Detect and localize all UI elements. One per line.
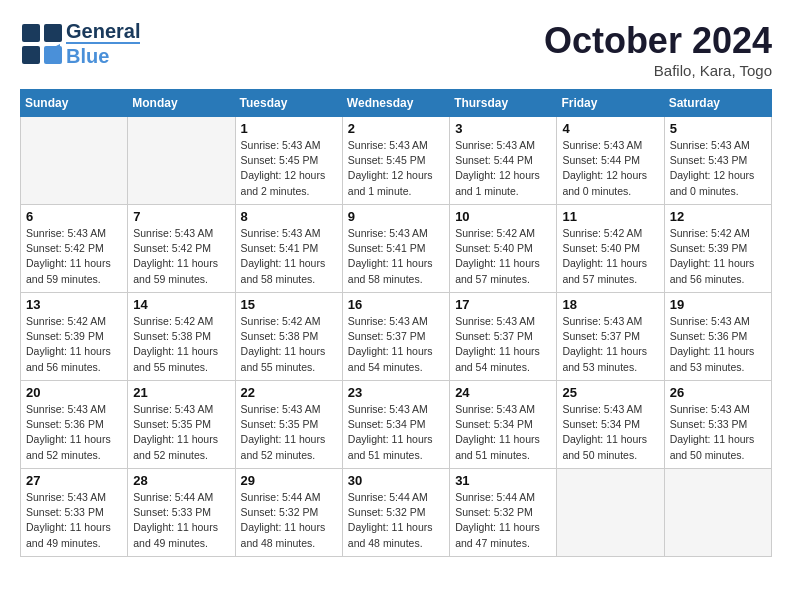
day-info: Sunrise: 5:43 AMSunset: 5:34 PMDaylight:… bbox=[348, 402, 444, 463]
day-info: Sunrise: 5:43 AMSunset: 5:34 PMDaylight:… bbox=[562, 402, 658, 463]
calendar-cell: 19Sunrise: 5:43 AMSunset: 5:36 PMDayligh… bbox=[664, 293, 771, 381]
day-info: Sunrise: 5:44 AMSunset: 5:32 PMDaylight:… bbox=[241, 490, 337, 551]
calendar-cell: 13Sunrise: 5:42 AMSunset: 5:39 PMDayligh… bbox=[21, 293, 128, 381]
svg-rect-1 bbox=[44, 24, 62, 42]
logo: General Blue bbox=[20, 20, 140, 67]
day-info: Sunrise: 5:42 AMSunset: 5:39 PMDaylight:… bbox=[26, 314, 122, 375]
page-header: General Blue October 2024 Bafilo, Kara, … bbox=[20, 20, 772, 79]
calendar-cell: 16Sunrise: 5:43 AMSunset: 5:37 PMDayligh… bbox=[342, 293, 449, 381]
calendar: SundayMondayTuesdayWednesdayThursdayFrid… bbox=[20, 89, 772, 557]
location: Bafilo, Kara, Togo bbox=[544, 62, 772, 79]
calendar-cell: 8Sunrise: 5:43 AMSunset: 5:41 PMDaylight… bbox=[235, 205, 342, 293]
week-row-4: 20Sunrise: 5:43 AMSunset: 5:36 PMDayligh… bbox=[21, 381, 772, 469]
calendar-cell: 3Sunrise: 5:43 AMSunset: 5:44 PMDaylight… bbox=[450, 117, 557, 205]
day-header-thursday: Thursday bbox=[450, 90, 557, 117]
day-number: 29 bbox=[241, 473, 337, 488]
calendar-cell: 18Sunrise: 5:43 AMSunset: 5:37 PMDayligh… bbox=[557, 293, 664, 381]
calendar-cell: 29Sunrise: 5:44 AMSunset: 5:32 PMDayligh… bbox=[235, 469, 342, 557]
day-info: Sunrise: 5:43 AMSunset: 5:43 PMDaylight:… bbox=[670, 138, 766, 199]
calendar-cell: 26Sunrise: 5:43 AMSunset: 5:33 PMDayligh… bbox=[664, 381, 771, 469]
calendar-header-row: SundayMondayTuesdayWednesdayThursdayFrid… bbox=[21, 90, 772, 117]
day-number: 28 bbox=[133, 473, 229, 488]
svg-rect-0 bbox=[22, 24, 40, 42]
day-info: Sunrise: 5:42 AMSunset: 5:38 PMDaylight:… bbox=[241, 314, 337, 375]
calendar-cell: 30Sunrise: 5:44 AMSunset: 5:32 PMDayligh… bbox=[342, 469, 449, 557]
day-number: 17 bbox=[455, 297, 551, 312]
day-info: Sunrise: 5:43 AMSunset: 5:35 PMDaylight:… bbox=[241, 402, 337, 463]
week-row-1: 1Sunrise: 5:43 AMSunset: 5:45 PMDaylight… bbox=[21, 117, 772, 205]
calendar-cell: 27Sunrise: 5:43 AMSunset: 5:33 PMDayligh… bbox=[21, 469, 128, 557]
day-number: 22 bbox=[241, 385, 337, 400]
day-number: 9 bbox=[348, 209, 444, 224]
title-section: October 2024 Bafilo, Kara, Togo bbox=[544, 20, 772, 79]
day-number: 20 bbox=[26, 385, 122, 400]
day-number: 21 bbox=[133, 385, 229, 400]
day-info: Sunrise: 5:43 AMSunset: 5:37 PMDaylight:… bbox=[455, 314, 551, 375]
day-info: Sunrise: 5:43 AMSunset: 5:45 PMDaylight:… bbox=[241, 138, 337, 199]
day-info: Sunrise: 5:43 AMSunset: 5:42 PMDaylight:… bbox=[133, 226, 229, 287]
day-number: 12 bbox=[670, 209, 766, 224]
day-info: Sunrise: 5:42 AMSunset: 5:38 PMDaylight:… bbox=[133, 314, 229, 375]
calendar-cell: 1Sunrise: 5:43 AMSunset: 5:45 PMDaylight… bbox=[235, 117, 342, 205]
calendar-cell: 31Sunrise: 5:44 AMSunset: 5:32 PMDayligh… bbox=[450, 469, 557, 557]
logo-blue: Blue bbox=[66, 42, 140, 67]
calendar-cell: 10Sunrise: 5:42 AMSunset: 5:40 PMDayligh… bbox=[450, 205, 557, 293]
day-number: 6 bbox=[26, 209, 122, 224]
calendar-cell: 5Sunrise: 5:43 AMSunset: 5:43 PMDaylight… bbox=[664, 117, 771, 205]
calendar-cell bbox=[128, 117, 235, 205]
day-header-friday: Friday bbox=[557, 90, 664, 117]
calendar-cell: 12Sunrise: 5:42 AMSunset: 5:39 PMDayligh… bbox=[664, 205, 771, 293]
day-number: 14 bbox=[133, 297, 229, 312]
day-info: Sunrise: 5:43 AMSunset: 5:35 PMDaylight:… bbox=[133, 402, 229, 463]
day-number: 10 bbox=[455, 209, 551, 224]
day-info: Sunrise: 5:43 AMSunset: 5:33 PMDaylight:… bbox=[670, 402, 766, 463]
day-number: 16 bbox=[348, 297, 444, 312]
day-info: Sunrise: 5:42 AMSunset: 5:40 PMDaylight:… bbox=[562, 226, 658, 287]
day-info: Sunrise: 5:43 AMSunset: 5:41 PMDaylight:… bbox=[241, 226, 337, 287]
day-info: Sunrise: 5:43 AMSunset: 5:37 PMDaylight:… bbox=[562, 314, 658, 375]
day-header-monday: Monday bbox=[128, 90, 235, 117]
day-number: 13 bbox=[26, 297, 122, 312]
day-number: 19 bbox=[670, 297, 766, 312]
calendar-cell: 15Sunrise: 5:42 AMSunset: 5:38 PMDayligh… bbox=[235, 293, 342, 381]
calendar-cell: 23Sunrise: 5:43 AMSunset: 5:34 PMDayligh… bbox=[342, 381, 449, 469]
day-number: 7 bbox=[133, 209, 229, 224]
day-info: Sunrise: 5:43 AMSunset: 5:44 PMDaylight:… bbox=[562, 138, 658, 199]
day-number: 23 bbox=[348, 385, 444, 400]
calendar-cell: 7Sunrise: 5:43 AMSunset: 5:42 PMDaylight… bbox=[128, 205, 235, 293]
day-info: Sunrise: 5:43 AMSunset: 5:41 PMDaylight:… bbox=[348, 226, 444, 287]
day-number: 30 bbox=[348, 473, 444, 488]
day-number: 11 bbox=[562, 209, 658, 224]
day-header-saturday: Saturday bbox=[664, 90, 771, 117]
week-row-3: 13Sunrise: 5:42 AMSunset: 5:39 PMDayligh… bbox=[21, 293, 772, 381]
day-info: Sunrise: 5:44 AMSunset: 5:32 PMDaylight:… bbox=[348, 490, 444, 551]
week-row-2: 6Sunrise: 5:43 AMSunset: 5:42 PMDaylight… bbox=[21, 205, 772, 293]
calendar-cell: 21Sunrise: 5:43 AMSunset: 5:35 PMDayligh… bbox=[128, 381, 235, 469]
week-row-5: 27Sunrise: 5:43 AMSunset: 5:33 PMDayligh… bbox=[21, 469, 772, 557]
day-number: 26 bbox=[670, 385, 766, 400]
day-info: Sunrise: 5:42 AMSunset: 5:40 PMDaylight:… bbox=[455, 226, 551, 287]
day-number: 5 bbox=[670, 121, 766, 136]
day-info: Sunrise: 5:43 AMSunset: 5:44 PMDaylight:… bbox=[455, 138, 551, 199]
day-info: Sunrise: 5:43 AMSunset: 5:45 PMDaylight:… bbox=[348, 138, 444, 199]
day-info: Sunrise: 5:44 AMSunset: 5:32 PMDaylight:… bbox=[455, 490, 551, 551]
day-number: 3 bbox=[455, 121, 551, 136]
calendar-cell: 4Sunrise: 5:43 AMSunset: 5:44 PMDaylight… bbox=[557, 117, 664, 205]
day-number: 2 bbox=[348, 121, 444, 136]
calendar-cell: 17Sunrise: 5:43 AMSunset: 5:37 PMDayligh… bbox=[450, 293, 557, 381]
day-number: 24 bbox=[455, 385, 551, 400]
day-info: Sunrise: 5:43 AMSunset: 5:34 PMDaylight:… bbox=[455, 402, 551, 463]
day-info: Sunrise: 5:43 AMSunset: 5:42 PMDaylight:… bbox=[26, 226, 122, 287]
day-info: Sunrise: 5:43 AMSunset: 5:36 PMDaylight:… bbox=[26, 402, 122, 463]
day-info: Sunrise: 5:42 AMSunset: 5:39 PMDaylight:… bbox=[670, 226, 766, 287]
calendar-cell bbox=[664, 469, 771, 557]
day-number: 8 bbox=[241, 209, 337, 224]
logo-general: General bbox=[66, 20, 140, 42]
calendar-cell: 28Sunrise: 5:44 AMSunset: 5:33 PMDayligh… bbox=[128, 469, 235, 557]
calendar-cell bbox=[21, 117, 128, 205]
day-number: 18 bbox=[562, 297, 658, 312]
day-info: Sunrise: 5:43 AMSunset: 5:33 PMDaylight:… bbox=[26, 490, 122, 551]
calendar-cell: 25Sunrise: 5:43 AMSunset: 5:34 PMDayligh… bbox=[557, 381, 664, 469]
calendar-cell: 22Sunrise: 5:43 AMSunset: 5:35 PMDayligh… bbox=[235, 381, 342, 469]
day-number: 27 bbox=[26, 473, 122, 488]
